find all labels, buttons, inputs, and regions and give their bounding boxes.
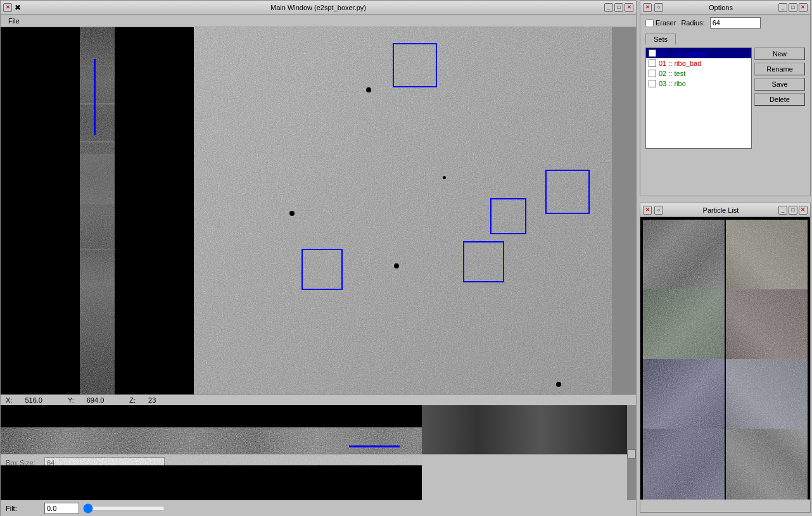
menu-bar: File xyxy=(1,15,636,27)
main-title-bar: ✕ ✖ Main Window (e2spt_boxer.py) _ □ ✕ xyxy=(1,1,636,15)
set-label-1: 01 :: ribo_bad xyxy=(659,60,701,67)
svg-rect-13 xyxy=(1,465,422,500)
particle-item-0[interactable]: 0 xyxy=(643,429,725,500)
rename-button[interactable]: Rename xyxy=(754,63,805,75)
options-close-btn[interactable]: ✕ xyxy=(643,3,652,12)
title-bar-left: ✕ ✖ xyxy=(3,3,21,12)
svg-rect-6 xyxy=(80,249,115,250)
maximize-button[interactable]: □ xyxy=(614,3,623,12)
opt-max-btn[interactable]: □ xyxy=(789,3,797,12)
options-panel: ✕ ○ Options _ □ ✕ Eraser Radius: Sets ✔ … xyxy=(640,0,811,196)
x-value: 516.0 xyxy=(25,396,42,404)
pt-close-btn[interactable]: ✕ xyxy=(799,206,808,215)
minimize-button[interactable]: _ xyxy=(604,3,613,12)
particle-item-1[interactable]: 1 xyxy=(726,429,808,500)
blue-line-horizontal xyxy=(349,446,400,448)
selection-box-1 xyxy=(393,43,437,87)
svg-rect-3 xyxy=(80,65,115,66)
selection-box-4 xyxy=(490,198,526,234)
svg-rect-8 xyxy=(80,331,115,332)
scroll-thumb[interactable] xyxy=(627,450,636,458)
selection-box-3 xyxy=(463,241,504,282)
opt-close-btn[interactable]: ✕ xyxy=(799,3,808,12)
blue-line-vertical xyxy=(94,59,96,135)
options-controls-left: ✕ ○ xyxy=(643,3,663,12)
contaminant-1 xyxy=(366,87,371,92)
pt-max-btn[interactable]: □ xyxy=(789,206,797,215)
particle-controls-left: ✕ ○ xyxy=(643,206,663,215)
pt-min-btn[interactable]: _ xyxy=(778,206,787,215)
scroll-track xyxy=(627,405,636,500)
file-menu[interactable]: File xyxy=(3,16,25,26)
main-title: Main Window (e2spt_boxer.py) xyxy=(270,4,366,11)
tabs-row: Sets xyxy=(640,31,810,47)
particle-grid: 6 7 4 5 xyxy=(640,217,810,500)
contaminant-5 xyxy=(443,176,446,179)
set-item-1[interactable]: 01 :: ribo_bad xyxy=(646,58,751,68)
particle-panel: ✕ ○ Particle List _ □ ✕ 6 7 xyxy=(640,203,811,513)
close-button[interactable]: ✕ xyxy=(3,3,12,12)
particle-title-bar: ✕ ○ Particle List _ □ ✕ xyxy=(640,203,810,217)
set-checkbox-2[interactable] xyxy=(649,70,656,77)
close-btn[interactable]: ✕ xyxy=(625,3,633,12)
particle-minimize-btn[interactable]: ○ xyxy=(654,206,663,215)
set-item-0[interactable]: ✔ 00 :: ribo_good xyxy=(646,48,751,58)
opt-min-btn[interactable]: _ xyxy=(778,3,787,12)
options-minimize-btn[interactable]: ○ xyxy=(654,3,663,12)
image-area xyxy=(1,27,636,394)
y-value: 694.0 xyxy=(87,396,105,404)
sets-area: ✔ 00 :: ribo_good 01 :: ribo_bad 02 :: t… xyxy=(640,47,810,149)
z-label: Z: xyxy=(129,396,136,404)
filt-row: Filt: xyxy=(6,503,631,514)
particle-close-btn[interactable]: ✕ xyxy=(643,206,652,215)
sets-list: ✔ 00 :: ribo_good 01 :: ribo_bad 02 :: t… xyxy=(645,47,752,149)
app-icon: ✖ xyxy=(15,3,21,12)
options-win-btns: _ □ ✕ xyxy=(778,3,808,12)
set-label-0: 00 :: ribo_good xyxy=(659,49,705,57)
set-checkbox-1[interactable] xyxy=(649,60,656,67)
set-item-3[interactable]: 03 :: ribo xyxy=(646,79,751,89)
set-checkbox-3[interactable] xyxy=(649,80,656,87)
radius-input[interactable] xyxy=(710,17,761,28)
eraser-text: Eraser xyxy=(656,19,676,27)
bottom-strip xyxy=(1,405,636,454)
window-controls: _ □ ✕ xyxy=(604,3,633,12)
left-panel xyxy=(1,27,194,394)
delete-button[interactable]: Delete xyxy=(754,93,805,106)
save-button[interactable]: Save xyxy=(754,78,805,91)
svg-rect-1 xyxy=(80,27,115,394)
contaminant-2 xyxy=(289,211,295,216)
filt-slider[interactable] xyxy=(83,503,165,513)
options-title-bar: ✕ ○ Options _ □ ✕ xyxy=(640,1,810,15)
coords-bar: X: 516.0 Y: 694.0 Z: 23 xyxy=(1,394,636,405)
z-value: 23 xyxy=(148,396,156,404)
side-strip-image xyxy=(80,27,115,394)
selection-box-2 xyxy=(301,249,343,290)
set-label-2: 02 :: test xyxy=(659,70,685,77)
eraser-row: Eraser Radius: xyxy=(640,15,810,31)
svg-rect-20 xyxy=(643,429,725,500)
radius-label: Radius: xyxy=(681,19,704,27)
options-title: Options xyxy=(709,4,733,11)
filt-input[interactable] xyxy=(44,503,79,514)
set-label-3: 03 :: ribo xyxy=(659,80,686,87)
svg-rect-5 xyxy=(80,141,115,142)
side-strip xyxy=(80,27,115,394)
main-window: ✕ ✖ Main Window (e2spt_boxer.py) _ □ ✕ F… xyxy=(0,0,637,516)
eraser-label: Eraser xyxy=(645,19,676,27)
main-image[interactable] xyxy=(194,27,636,394)
set-item-2[interactable]: 02 :: test xyxy=(646,68,751,79)
sets-tab[interactable]: Sets xyxy=(645,34,676,45)
selection-box-5 xyxy=(545,170,590,214)
contaminant-4 xyxy=(556,382,561,387)
svg-rect-2 xyxy=(80,154,115,205)
main-content: X: 516.0 Y: 694.0 Z: 23 xyxy=(1,27,636,516)
filt-label: Filt: xyxy=(6,505,41,512)
eraser-checkbox[interactable] xyxy=(645,19,654,27)
x-label: X: xyxy=(6,396,12,404)
new-button[interactable]: New xyxy=(754,47,805,60)
contaminant-3 xyxy=(394,263,399,268)
y-label: Y: xyxy=(68,396,74,404)
particle-win-btns: _ □ ✕ xyxy=(778,206,808,215)
set-checkbox-0[interactable]: ✔ xyxy=(649,49,656,57)
